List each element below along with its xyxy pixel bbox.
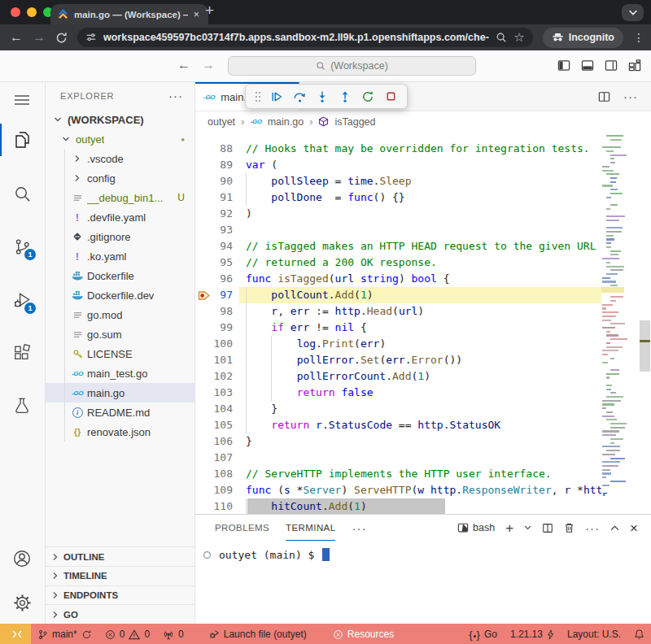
debug-step-into-button[interactable] (313, 87, 331, 107)
status-problems[interactable]: 0 0 (98, 624, 156, 644)
line-number[interactable]: 92 (195, 206, 233, 222)
new-terminal-button[interactable]: + (505, 521, 513, 535)
code-line-104[interactable]: 104 } (195, 401, 651, 417)
status-go-version[interactable]: 1.21.13 (504, 624, 561, 644)
line-number[interactable]: 90 (195, 173, 233, 189)
browser-menu-icon[interactable]: ⋮ (633, 31, 641, 44)
browser-forward-button[interactable]: → (33, 31, 46, 44)
editor-back-button[interactable]: ← (177, 58, 190, 72)
file-row-go-sum[interactable]: go.sum (46, 324, 194, 344)
line-number[interactable]: 102 (195, 368, 233, 385)
code-line-98[interactable]: 98 r, err := http.Head(url) (195, 303, 651, 320)
line-number[interactable]: 98 (195, 303, 233, 320)
toggle-primary-sidebar-icon[interactable] (557, 59, 570, 72)
tab-close-icon[interactable]: × (191, 8, 201, 20)
extensions-icon[interactable] (6, 337, 38, 369)
code-line-93[interactable]: 93 (195, 222, 651, 238)
tab-terminal[interactable]: TERMINAL (286, 516, 335, 541)
code-line-92[interactable]: 92) (195, 206, 651, 222)
url-bar[interactable]: workspace459597bc03714f7b.apps.sandbox-m… (77, 28, 533, 47)
browser-reload-button[interactable] (55, 32, 68, 44)
file-row-config[interactable]: config (46, 168, 194, 188)
code-line-97[interactable]: 97 pollCount.Add(1) (195, 287, 651, 303)
search-view-icon[interactable] (6, 177, 38, 210)
minimap[interactable] (601, 135, 624, 493)
debug-step-out-button[interactable] (336, 87, 354, 107)
code-line-100[interactable]: 100 log.Print(err) (195, 336, 651, 352)
file-row-license[interactable]: LICENSE (46, 344, 194, 363)
command-center-search[interactable]: (Workspace) (228, 56, 476, 76)
file-row-go-mod[interactable]: go.mod (46, 305, 194, 324)
line-number[interactable]: 89 (195, 157, 233, 173)
panel-more-actions[interactable]: ··· (585, 521, 600, 535)
line-number[interactable]: 99 (195, 320, 233, 336)
code-line-109[interactable]: 109func (s *Server) ServeHTTP(w http.Res… (195, 482, 651, 498)
customize-layout-icon[interactable] (628, 59, 641, 72)
line-number[interactable]: 100 (195, 336, 233, 352)
scrollbar-thumb[interactable] (640, 320, 650, 372)
file-row-renovate-json[interactable]: {}renovate.json (46, 422, 194, 442)
status-resources[interactable]: Resources (326, 624, 400, 644)
file-row-main-test-go[interactable]: GOmain_test.go (46, 363, 194, 383)
code-line-108[interactable]: 108// ServeHTTP implements the HTTP user… (195, 466, 651, 482)
file-row-vscode[interactable]: .vscode (46, 149, 194, 168)
code-line-106[interactable]: 106} (195, 433, 651, 450)
close-panel-icon[interactable]: × (630, 521, 638, 535)
toggle-secondary-sidebar-icon[interactable] (605, 59, 618, 72)
file-row-readme-md[interactable]: iREADME.md (46, 402, 194, 422)
toggle-panel-icon[interactable] (581, 59, 594, 72)
editor-scrollbar[interactable] (639, 132, 651, 514)
menu-icon[interactable] (6, 84, 38, 116)
line-number[interactable]: 106 (195, 433, 233, 450)
file-row-outyet[interactable]: outyet● (46, 129, 194, 149)
code-line-101[interactable]: 101 pollError.Set(err.Error()) (195, 352, 651, 368)
split-terminal-icon[interactable] (542, 523, 553, 533)
code-line-95[interactable]: 95// returned a 200 OK response. (195, 255, 651, 271)
tab-search-button[interactable] (622, 4, 644, 21)
section-outline[interactable]: OUTLINE (46, 546, 194, 566)
status-go-language[interactable]: {} Go (462, 624, 504, 644)
editor-more-actions[interactable]: ··· (623, 89, 638, 103)
drag-grip-icon[interactable] (253, 87, 263, 107)
terminal-shell-label[interactable]: bash (457, 522, 495, 533)
explorer-icon[interactable] (6, 124, 38, 156)
line-number[interactable]: 95 (195, 255, 233, 271)
debug-stop-button[interactable] (382, 87, 400, 107)
terminal-content[interactable]: outyet (main) $ (195, 548, 651, 561)
line-number[interactable]: 105 (195, 417, 233, 433)
testing-flask-icon[interactable] (6, 389, 38, 422)
code-line-96[interactable]: 96func isTagged(url string) bool { (195, 271, 651, 287)
browser-back-button[interactable]: ← (10, 31, 23, 44)
breadcrumb-folder[interactable]: outyet (208, 116, 235, 128)
file-row-main-go[interactable]: GOmain.go (46, 383, 194, 402)
code-line-99[interactable]: 99 if err != nil { (195, 320, 651, 336)
status-notifications[interactable] (627, 624, 651, 644)
debug-restart-button[interactable] (359, 87, 377, 107)
line-number[interactable]: 107 (195, 450, 233, 466)
split-editor-icon[interactable] (598, 91, 610, 102)
file-row-ko-yaml[interactable]: !.ko.yaml (46, 246, 194, 266)
line-number[interactable]: 110 (195, 498, 233, 514)
line-number[interactable]: 108 (195, 466, 233, 482)
breadcrumb-symbol[interactable]: isTagged (334, 116, 375, 128)
status-ports[interactable]: 0 (156, 624, 190, 644)
line-number[interactable]: 93 (195, 222, 233, 238)
search-icon[interactable] (496, 32, 507, 43)
line-number[interactable]: 94 (195, 238, 233, 255)
code-line-102[interactable]: 102 pollErrorCount.Add(1) (195, 368, 651, 385)
terminal-profile-dropdown-icon[interactable] (524, 525, 531, 530)
account-icon[interactable] (6, 542, 38, 575)
run-and-debug-icon[interactable]: 1 (6, 284, 38, 316)
section-go[interactable]: GO (46, 604, 194, 624)
code-line-89[interactable]: 89var ( (195, 157, 651, 173)
code-line-103[interactable]: 103 return false (195, 385, 651, 401)
line-number[interactable]: 101 (195, 352, 233, 368)
close-window-icon[interactable] (11, 7, 20, 17)
status-keyboard-layout[interactable]: Layout: U.S. (561, 624, 627, 644)
kill-terminal-trash-icon[interactable] (564, 522, 575, 533)
site-settings-icon[interactable] (85, 32, 97, 43)
line-number[interactable]: 109 (195, 482, 233, 498)
code-editor[interactable]: 88// Hooks that may be overridden for in… (195, 132, 651, 514)
new-tab-button[interactable]: + (205, 2, 214, 20)
file-row-dockerfile-dev[interactable]: Dockerfile.dev (46, 285, 194, 305)
